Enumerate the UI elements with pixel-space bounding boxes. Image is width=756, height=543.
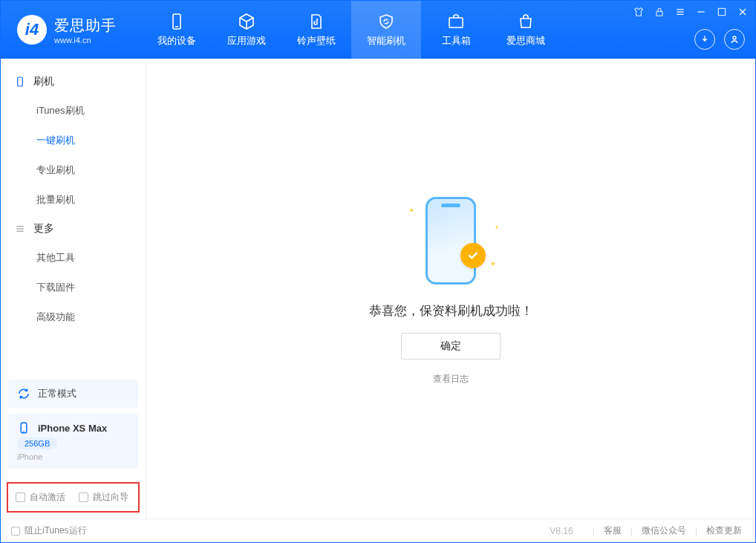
sparkle-icon (495, 225, 499, 230)
lock-icon[interactable] (653, 5, 666, 19)
sidebar-status: 正常模式 iPhone XS Max 256GB iPhone (8, 380, 138, 475)
sidebar-checks-highlight: 自动激活 跳过向导 (7, 482, 140, 513)
success-message: 恭喜您，保资料刷机成功啦！ (369, 302, 533, 319)
sparkle-icon (408, 207, 414, 213)
device-type: iPhone (17, 452, 129, 461)
checkbox-icon (79, 492, 88, 502)
view-log-link[interactable]: 查看日志 (433, 373, 469, 386)
sidebar-item-pro[interactable]: 专业刷机 (1, 155, 146, 185)
tab-store[interactable]: 爱思商城 (491, 1, 561, 59)
footer: 阻止iTunes运行 V8.16 | 客服 | 微信公众号 | 检查更新 (1, 518, 755, 542)
sparkle-icon (490, 261, 496, 267)
svg-rect-8 (718, 8, 725, 15)
success-illustration (403, 192, 499, 289)
download-button[interactable] (694, 29, 715, 50)
maximize-button[interactable] (715, 5, 729, 19)
sidebar-group-more: 更多 (1, 215, 146, 243)
tab-label: 我的设备 (157, 34, 196, 48)
cube-icon (237, 12, 256, 31)
brand-url: www.i4.cn (54, 36, 117, 45)
tab-ringtone[interactable]: 铃声壁纸 (281, 1, 351, 59)
tab-label: 爱思商城 (506, 34, 545, 48)
app-window: i4 爱思助手 www.i4.cn 我的设备 应用游戏 铃声壁纸 智能刷机 (0, 0, 756, 543)
brand: i4 爱思助手 www.i4.cn (1, 1, 142, 59)
sidebar-item-download[interactable]: 下载固件 (1, 273, 146, 302)
sidebar-list: 刷机 iTunes刷机 一键刷机 专业刷机 批量刷机 更多 其他工具 下载固件 … (1, 59, 146, 374)
tab-label: 工具箱 (442, 34, 471, 48)
music-file-icon (307, 12, 326, 31)
menu-icon[interactable] (674, 5, 687, 19)
checkbox-icon (11, 527, 20, 536)
main-content: 恭喜您，保资料刷机成功啦！ 确定 查看日志 (146, 59, 755, 518)
sidebar-item-itunes[interactable]: iTunes刷机 (1, 96, 146, 126)
header-tabs: 我的设备 应用游戏 铃声壁纸 智能刷机 工具箱 爱思商城 (142, 1, 561, 59)
minimize-button[interactable] (694, 5, 708, 19)
svg-rect-3 (656, 11, 662, 16)
sidebar-item-other[interactable]: 其他工具 (1, 243, 146, 273)
tab-flash[interactable]: 智能刷机 (351, 1, 421, 59)
mode-label: 正常模式 (38, 387, 76, 400)
mode-status[interactable]: 正常模式 (8, 380, 138, 408)
refresh-shield-icon (377, 12, 396, 31)
tab-apps[interactable]: 应用游戏 (212, 1, 281, 59)
checkbox-label: 跳过向导 (93, 491, 128, 504)
tab-label: 铃声壁纸 (297, 34, 336, 48)
device-status[interactable]: iPhone XS Max 256GB iPhone (8, 414, 138, 469)
brand-logo-icon: i4 (17, 15, 47, 45)
tab-device[interactable]: 我的设备 (142, 1, 212, 59)
titlebar-actions (694, 29, 745, 50)
group-label: 更多 (33, 222, 54, 235)
sidebar-item-advanced[interactable]: 高级功能 (1, 302, 146, 332)
block-itunes-checkbox[interactable]: 阻止iTunes运行 (11, 524, 87, 537)
phone-icon (167, 12, 186, 31)
storage-badge: 256GB (17, 438, 57, 449)
confirm-button[interactable]: 确定 (401, 333, 501, 360)
tab-toolbox[interactable]: 工具箱 (421, 1, 491, 59)
device-name: iPhone XS Max (38, 423, 107, 434)
shirt-icon[interactable] (632, 5, 645, 19)
sidebar: 刷机 iTunes刷机 一键刷机 专业刷机 批量刷机 更多 其他工具 下载固件 … (1, 59, 146, 518)
sync-icon (17, 387, 30, 400)
phone-illustration-icon (426, 197, 476, 284)
brand-text: 爱思助手 www.i4.cn (54, 16, 117, 45)
check-badge-icon (460, 243, 486, 268)
bag-icon (516, 12, 535, 31)
checkbox-label: 自动激活 (30, 491, 65, 504)
window-controls (632, 5, 749, 19)
tab-label: 应用游戏 (227, 34, 266, 48)
phone-outline-icon (14, 76, 26, 88)
svg-point-11 (733, 36, 736, 39)
titlebar: i4 爱思助手 www.i4.cn 我的设备 应用游戏 铃声壁纸 智能刷机 (1, 1, 755, 59)
svg-rect-12 (18, 77, 23, 86)
footer-link-wechat[interactable]: 微信公众号 (639, 524, 689, 537)
checkbox-label: 阻止iTunes运行 (25, 524, 87, 537)
body: 刷机 iTunes刷机 一键刷机 专业刷机 批量刷机 更多 其他工具 下载固件 … (1, 59, 755, 518)
brand-name: 爱思助手 (54, 16, 117, 36)
sidebar-group-flash: 刷机 (1, 68, 146, 96)
user-button[interactable] (724, 29, 745, 50)
device-icon (17, 421, 30, 435)
close-button[interactable] (736, 5, 749, 19)
skip-guide-checkbox[interactable]: 跳过向导 (79, 491, 128, 504)
sidebar-item-batch[interactable]: 批量刷机 (1, 185, 146, 215)
group-label: 刷机 (33, 75, 54, 88)
sidebar-item-onekey[interactable]: 一键刷机 (1, 126, 146, 155)
footer-link-support[interactable]: 客服 (601, 524, 625, 537)
version-label: V8.16 (550, 526, 573, 536)
footer-link-update[interactable]: 检查更新 (703, 524, 745, 537)
briefcase-icon (446, 12, 466, 31)
checkbox-icon (16, 492, 25, 502)
list-icon (14, 223, 26, 235)
tab-label: 智能刷机 (367, 34, 405, 48)
svg-rect-2 (449, 18, 463, 27)
auto-activate-checkbox[interactable]: 自动激活 (16, 491, 65, 504)
